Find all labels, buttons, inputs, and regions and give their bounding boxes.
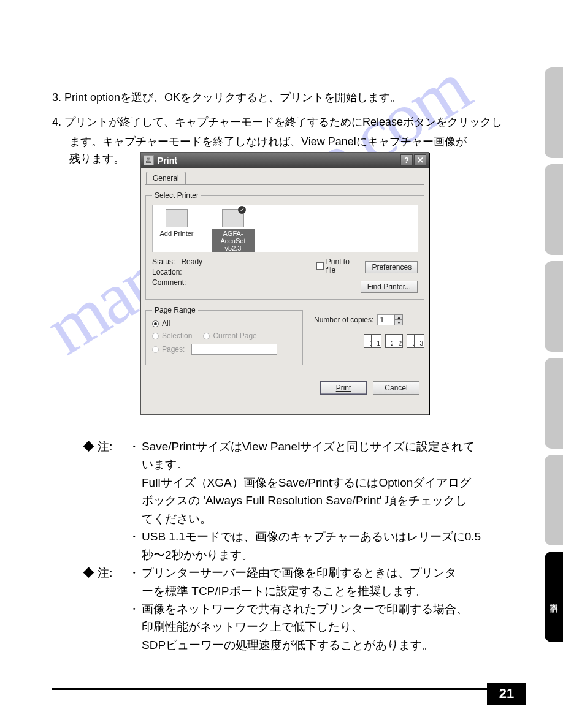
- dialog-body: Select Printer Add Printer AGFA-AccuSetv…: [145, 184, 424, 399]
- note-1-line2: います。: [142, 455, 512, 473]
- collate-preview: 11 22 33: [314, 334, 424, 348]
- bullet-icon: ・: [128, 438, 142, 455]
- printer-selected-name: AGFA-AccuSetv52.3: [212, 229, 255, 252]
- step-4-line1: 4. プリントが終了して、キャプチャーモードを終了するためにReleaseボタン…: [52, 114, 518, 131]
- select-printer-legend: Select Printer: [152, 191, 201, 200]
- titlebar: 🖶 Print ? ✕: [141, 153, 429, 168]
- side-tabs: 日本語: [545, 67, 563, 648]
- arrow-up-icon[interactable]: ▲: [394, 314, 403, 320]
- page-number: 21: [487, 683, 526, 705]
- right-col: Print to file Preferences Find Printer..…: [316, 257, 418, 293]
- print-to-file-checkbox[interactable]: Print to file: [316, 257, 360, 275]
- bullet-icon: ・: [128, 564, 142, 582]
- side-tab-2: [545, 164, 563, 255]
- printer-list[interactable]: Add Printer AGFA-AccuSetv52.3: [152, 205, 418, 252]
- print-to-file-label: Print to file: [326, 257, 361, 275]
- note-1-line3: Fullサイズ（XGA）画像をSave/PrintするにはOptionダイアログ: [142, 474, 512, 491]
- copies-row: Number of copies: ▲▼: [314, 314, 424, 325]
- status-col: Status: Ready Location: Comment:: [152, 257, 316, 293]
- note-4-line1: 画像をネットワークで共有されたプリンターで印刷する場合、: [142, 600, 512, 618]
- radio-dot-icon: [203, 333, 210, 339]
- page-range-section: Page Range All Selection Current Page Pa…: [145, 306, 424, 371]
- note-4-line2: 印刷性能がネットワーク上で低下したり、: [142, 618, 512, 635]
- side-tab-5: [545, 455, 563, 545]
- arrow-down-icon[interactable]: ▼: [394, 320, 403, 325]
- radio-dot-icon: [152, 320, 159, 327]
- radio-current-page[interactable]: Current Page: [203, 332, 256, 340]
- spinner-arrows[interactable]: ▲▼: [394, 314, 403, 325]
- step-3: 3. Print optionを選び、OKをクッリクすると、プリントを開始します…: [52, 89, 518, 107]
- close-button[interactable]: ✕: [414, 154, 426, 166]
- location-label: Location:: [152, 268, 316, 276]
- page-range-group: Page Range All Selection Current Page Pa…: [145, 306, 303, 365]
- radio-pages-label: Pages:: [162, 345, 185, 354]
- note-1-line4: ボックスの 'Always Full Resolution Save/Print…: [142, 491, 512, 509]
- preferences-button[interactable]: Preferences: [365, 261, 418, 273]
- print-button[interactable]: Print: [320, 381, 367, 395]
- comment-label: Comment:: [152, 278, 316, 287]
- status-value: Ready: [181, 257, 202, 266]
- copies-spinner[interactable]: ▲▼: [377, 314, 403, 325]
- radio-dot-icon: [152, 346, 159, 353]
- cancel-button[interactable]: Cancel: [373, 381, 419, 395]
- help-button[interactable]: ?: [400, 154, 413, 166]
- collate-stack-2: 22: [385, 334, 403, 348]
- add-printer-item[interactable]: Add Printer: [155, 209, 198, 248]
- side-tab-active: 日本語: [545, 552, 563, 642]
- copies-input[interactable]: [377, 314, 394, 325]
- side-tab-4: [545, 358, 563, 449]
- find-printer-button[interactable]: Find Printer...: [361, 281, 418, 293]
- footer-rule: [52, 688, 496, 690]
- bullet-icon: ・: [128, 528, 142, 545]
- radio-pages[interactable]: Pages:: [152, 344, 296, 355]
- radio-all-label: All: [162, 319, 170, 328]
- copies-section: Number of copies: ▲▼ 11 22 33: [314, 306, 424, 371]
- note-1-line1: Save/PrintサイズはView Panelサイズと同じサイズに設定されて: [142, 438, 512, 455]
- note-3-line2: ーを標準 TCP/IPポートに設定することを推奨します。: [142, 582, 512, 600]
- notes-section: ◆ 注: ・ Save/PrintサイズはView Panelサイズと同じサイズ…: [83, 438, 512, 654]
- copies-label: Number of copies:: [314, 316, 373, 324]
- note-2-line2: 秒〜2秒かかります。: [142, 546, 512, 564]
- step-4-line2: ます。キャプチャーモードを終了しなければ、View Panelにキャプチャー画像…: [69, 134, 518, 151]
- side-tab-3: [545, 261, 563, 352]
- select-printer-group: Select Printer Add Printer AGFA-AccuSetv…: [145, 191, 424, 300]
- side-tab-1: [545, 67, 563, 158]
- checkbox-icon: [316, 262, 324, 270]
- tabstrip: General: [141, 168, 429, 184]
- pages-input[interactable]: [191, 344, 277, 355]
- tab-general[interactable]: General: [146, 172, 186, 184]
- status-label: Status:: [152, 257, 175, 266]
- note-label: ◆ 注:: [83, 438, 128, 455]
- collate-stack-3: 33: [407, 334, 424, 348]
- note-4-line3: SDPビューワーの処理速度が低下することがあります。: [142, 636, 512, 654]
- print-dialog: 🖶 Print ? ✕ General Select Printer Add P…: [140, 152, 429, 415]
- add-printer-icon: [166, 209, 188, 227]
- radio-current-label: Current Page: [213, 332, 256, 340]
- dialog-buttons: Print Cancel: [320, 381, 419, 395]
- radio-dot-icon: [152, 333, 159, 339]
- printer-icon: 🖶: [144, 155, 154, 165]
- printer-icon-selected: [222, 209, 244, 227]
- note-1-line5: てください。: [142, 510, 512, 528]
- radio-selection-label: Selection: [162, 332, 192, 340]
- printer-item-selected[interactable]: AGFA-AccuSetv52.3: [212, 209, 255, 248]
- radio-all[interactable]: All: [152, 319, 296, 328]
- note-3-line1: プリンターサーバー経由で画像を印刷するときは、プリンタ: [142, 564, 512, 582]
- add-printer-label: Add Printer: [159, 230, 193, 237]
- note-label-2: ◆ 注:: [83, 564, 128, 582]
- page-range-legend: Page Range: [152, 306, 198, 314]
- radio-selection[interactable]: Selection: [152, 332, 192, 340]
- bullet-icon: ・: [128, 600, 142, 618]
- note-2-line1: USB 1.1モードでは、画像のキャプチャーあるいはレリーズに0.5: [142, 528, 512, 545]
- dialog-title: Print: [158, 156, 399, 165]
- collate-stack-1: 11: [364, 334, 381, 348]
- status-row: Status: Ready Location: Comment: Print t…: [152, 257, 418, 293]
